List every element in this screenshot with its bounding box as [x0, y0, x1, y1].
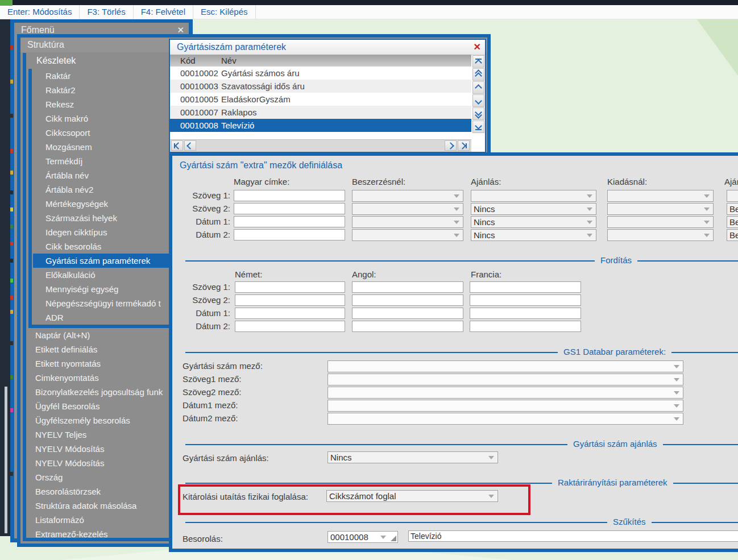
table-row[interactable]: 00010005EladáskorGyszám [170, 93, 471, 106]
gs1-field-combo[interactable] [327, 374, 683, 385]
menu-item[interactable]: Etikett nyomtatás [26, 356, 171, 371]
menu-item[interactable]: Ország [26, 470, 171, 484]
extra-ajanlas2-combo[interactable] [727, 190, 738, 202]
translation-english-input[interactable] [352, 281, 463, 293]
translation-french-input[interactable] [470, 281, 581, 293]
menu-item[interactable]: NYELV Módosítás [26, 442, 171, 456]
translation-english-input[interactable] [352, 294, 463, 306]
extra-ajanlas2-combo[interactable]: Besz [727, 229, 738, 241]
extra-magyar-input[interactable] [234, 190, 345, 201]
translation-german-input[interactable] [235, 308, 345, 319]
gs1-field-combo[interactable] [327, 360, 683, 372]
extra-kiadas-combo[interactable] [607, 229, 714, 241]
menu-item[interactable]: Listaformázó [26, 513, 171, 527]
menu-item[interactable]: Mértékegységek [26, 197, 171, 211]
menubar-item[interactable]: Esc: Kilépés [193, 5, 256, 19]
menubar-item[interactable]: F3: Törlés [80, 5, 133, 19]
menu-item-selected[interactable]: Gyártási szám paraméterek [33, 254, 171, 268]
menu-item[interactable]: Mozgásnem [26, 140, 171, 154]
menu-item[interactable]: Struktúra adatok másolása [26, 499, 171, 513]
menu-item[interactable]: Besorolástörzsek [26, 484, 171, 499]
menu-item[interactable]: Ügyfélszemély besorolás [26, 413, 171, 428]
extra-beszerzes-combo[interactable] [352, 216, 463, 228]
extra-magyar-input[interactable] [234, 229, 345, 240]
extra-magyar-input[interactable] [234, 216, 345, 227]
pager-last-button[interactable] [458, 140, 470, 151]
table-row[interactable]: 00010003Szavatossági idős áru [170, 80, 471, 93]
besorolas-code-combo[interactable]: 00010008 [327, 531, 398, 543]
table-row[interactable]: 00010007Raklapos [170, 106, 471, 119]
extra-ajanlas-combo[interactable]: Nincs [471, 229, 596, 241]
gyartasi-szam-ajanlas-combo[interactable]: Nincs [327, 451, 498, 463]
extra-beszerzes-combo[interactable] [352, 190, 463, 202]
menubar-item[interactable]: Enter: Módosítás [0, 5, 80, 19]
menu-item[interactable]: NYELV Módosítás [26, 456, 171, 470]
menu-item[interactable]: Etikett definiálás [26, 342, 171, 356]
extra-ajanlas2-combo[interactable]: Besz [727, 203, 738, 215]
list-close-icon[interactable]: ✕ [474, 40, 481, 54]
translation-english-input[interactable] [352, 308, 463, 319]
extra-beszerzes-combo[interactable] [352, 203, 463, 215]
menu-item[interactable]: ADR [26, 310, 171, 325]
menu-group-header[interactable]: Készletek [26, 53, 171, 69]
pager-first-button[interactable] [171, 140, 183, 151]
menu-item[interactable]: Származási helyek [26, 211, 171, 225]
pager-next-button[interactable] [445, 140, 457, 151]
translation-french-input[interactable] [470, 308, 581, 319]
resize-grip-icon[interactable] [391, 536, 396, 541]
column-header-kod[interactable]: Kód [170, 55, 221, 67]
nav-scroll-bottom-button[interactable] [472, 121, 484, 133]
background-icon-speck [10, 149, 13, 153]
extra-ajanlas-combo[interactable]: Nincs [471, 216, 596, 228]
translation-english-input[interactable] [352, 321, 463, 332]
menu-item[interactable]: Rekesz [26, 97, 171, 111]
nav-row-down-button[interactable] [472, 94, 484, 107]
menu-item[interactable]: Termékdíj [26, 154, 171, 168]
menu-item[interactable]: Idegen cikktípus [26, 225, 171, 239]
menu-item[interactable]: Ügyfél Besorolás [26, 399, 171, 413]
translation-french-input[interactable] [470, 294, 581, 306]
column-header-nev[interactable]: Név [221, 55, 471, 67]
menu-item[interactable]: Cimkenyomtatás [26, 371, 171, 385]
menu-item[interactable]: Raktár [26, 69, 171, 83]
extra-beszerzes-combo[interactable] [352, 229, 463, 241]
menu-item[interactable]: Cikk besorolás [26, 239, 171, 254]
gs1-field-combo[interactable] [327, 413, 683, 425]
pager-prev-button[interactable] [184, 140, 196, 151]
extra-ajanlas-combo[interactable]: Nincs [471, 203, 596, 215]
extra-magyar-input[interactable] [234, 203, 345, 214]
menu-item[interactable]: Cikkcsoport [26, 126, 171, 140]
menu-item[interactable]: Ártábla név2 [26, 182, 171, 197]
nav-page-down-button[interactable] [472, 107, 484, 120]
gs1-field-combo[interactable] [327, 400, 683, 412]
extra-kiadas-combo[interactable] [607, 216, 714, 228]
gs1-field-combo[interactable] [327, 387, 683, 399]
translation-german-input[interactable] [235, 281, 345, 293]
nav-scroll-top-button[interactable] [472, 55, 484, 68]
menu-item[interactable]: Cikk makró [26, 111, 171, 126]
nav-row-up-button[interactable] [472, 81, 484, 94]
menu-item[interactable]: Naptár (Alt+N) [26, 328, 171, 342]
list-window-titlebar[interactable]: Gyártásiszám paraméterek ✕ [170, 40, 485, 55]
extra-ajanlas-combo[interactable] [471, 190, 596, 202]
translation-german-input[interactable] [235, 321, 345, 332]
extra-kiadas-combo[interactable] [607, 203, 714, 215]
extra-ajanlas2-combo[interactable]: Besz [727, 216, 738, 228]
menu-item[interactable]: Népegészségügyi termékadó t [26, 296, 171, 310]
menu-item[interactable]: Mennyiségi egység [26, 282, 171, 296]
translation-french-input[interactable] [470, 321, 581, 332]
table-row[interactable]: 00010008Televízió [170, 119, 471, 132]
menu-item[interactable]: Bizonylatkezelés jogosultság funk [26, 385, 171, 399]
menu-item[interactable]: NYELV Teljes [26, 428, 171, 442]
menubar-item[interactable]: F4: Felvétel [134, 5, 193, 19]
table-row[interactable]: 00010002Gyártási számos áru [170, 67, 471, 80]
besorolas-name-input[interactable] [408, 530, 738, 542]
menu-item[interactable]: Extramező-kezelés [26, 527, 171, 541]
menu-item[interactable]: Raktár2 [26, 83, 171, 97]
menu-item[interactable]: Ártábla név [26, 168, 171, 182]
menu-item[interactable]: Előkalkuláció [26, 268, 171, 282]
nav-page-up-button[interactable] [472, 68, 484, 81]
translation-german-input[interactable] [235, 294, 345, 306]
menu-outer-list: Naptár (Alt+N)Etikett definiálásEtikett … [26, 328, 171, 541]
extra-kiadas-combo[interactable] [607, 190, 714, 202]
